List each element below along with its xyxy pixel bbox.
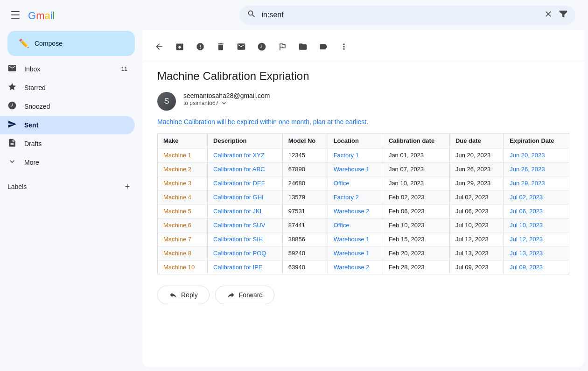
more-icon [7,157,17,168]
compose-label: Compose [35,40,63,47]
mark-unread-button[interactable] [232,37,251,56]
star-icon [7,82,17,94]
table-cell: Jul 12, 2023 [504,232,569,246]
table-cell: Machine 10 [158,260,208,274]
sidebar-item-drafts[interactable]: Drafts [0,134,135,153]
snooze-button[interactable] [252,37,271,56]
table-cell: Warehouse 1 [328,162,383,176]
sidebar-item-more[interactable]: More [0,153,135,172]
snoozed-label: Snoozed [24,103,127,110]
sidebar: G m a i l ✏️ Compose Inbox 11 Starred Sn… [0,0,142,371]
starred-label: Starred [24,84,127,91]
col-due-date: Due date [449,133,504,148]
table-cell: Machine 3 [158,176,208,190]
compose-icon: ✏️ [19,38,29,49]
search-input[interactable]: in:sent [262,11,538,19]
back-button[interactable] [150,37,168,56]
forward-button[interactable]: Forward [215,286,274,304]
sidebar-item-snoozed[interactable]: Snoozed [0,97,135,116]
reply-button[interactable]: Reply [157,286,210,304]
label-button[interactable] [314,37,333,56]
search-filter-button[interactable] [559,9,568,21]
table-cell: Jul 12, 2023 [449,232,504,246]
email-toolbar [142,34,584,60]
table-cell: Calibration for POQ [208,246,283,260]
more-options-button[interactable] [335,37,353,56]
sender-info: seemantosaha28@gmail.com to psimanto67 [183,92,569,107]
table-cell: Warehouse 1 [328,232,383,246]
col-calibration-date: Calibration date [383,133,449,148]
expand-to-button[interactable] [220,99,228,107]
email-content: Machine Calibration Expriation S seemant… [142,60,584,323]
drafts-label: Drafts [24,140,127,147]
delete-button[interactable] [211,37,230,56]
table-row: Machine 7Calibration for SIH38856Warehou… [158,232,569,246]
search-bar[interactable]: in:sent [239,6,575,25]
table-cell: Calibration for ABC [208,162,283,176]
search-clear-button[interactable] [544,9,553,21]
table-cell: Factory 1 [328,148,383,162]
table-cell: Machine 2 [158,162,208,176]
email-subject: Machine Calibration Expriation [157,70,569,83]
archive-button[interactable] [170,37,189,56]
table-cell: Jul 02, 2023 [504,190,569,204]
table-row: Machine 3Calibration for DEF24680OfficeJ… [158,176,569,190]
action-buttons: Reply Forward [157,286,569,314]
table-cell: 38856 [282,232,328,246]
table-cell: 13579 [282,190,328,204]
table-cell: Calibration for SIH [208,232,283,246]
table-cell: 67890 [282,162,328,176]
table-cell: Machine 1 [158,148,208,162]
table-cell: Jul 13, 2023 [449,246,504,260]
search-icon[interactable] [247,9,256,21]
sidebar-item-sent[interactable]: Sent [0,116,135,134]
table-cell: Warehouse 1 [328,246,383,260]
col-description: Description [208,133,283,148]
table-cell: Jul 10, 2023 [504,218,569,232]
table-cell: 59240 [282,246,328,260]
reply-label: Reply [181,291,198,299]
table-cell: Jul 06, 2023 [504,204,569,218]
table-cell: Jun 26, 2023 [449,162,504,176]
add-task-button[interactable] [273,37,292,56]
table-cell: Calibration for GHI [208,190,283,204]
move-to-button[interactable] [294,37,312,56]
table-cell: Feb 02, 2023 [383,190,449,204]
sidebar-item-starred[interactable]: Starred [0,78,135,97]
table-cell: Jan 01, 2023 [383,148,449,162]
sent-icon [7,119,17,131]
sidebar-item-inbox[interactable]: Inbox 11 [0,60,135,78]
sent-label: Sent [24,121,127,129]
table-cell: Calibration for SUV [208,218,283,232]
table-cell: Jul 10, 2023 [449,218,504,232]
labels-title: Labels [7,183,120,190]
forward-label: Forward [239,291,263,299]
email-meta: S seemantosaha28@gmail.com to psimanto67 [157,92,569,111]
col-expiration-date: Expiration Date [504,133,569,148]
table-row: Machine 4Calibration for GHI13579Factory… [158,190,569,204]
report-spam-button[interactable] [191,37,210,56]
table-cell: Jun 29, 2023 [449,176,504,190]
inbox-badge: 11 [121,66,127,72]
table-row: Machine 10Calibration for IPE63940Wareho… [158,260,569,274]
col-model-no: Model No [282,133,328,148]
email-body: Machine Calibration will be expired with… [157,118,569,274]
table-cell: 97531 [282,204,328,218]
table-cell: 63940 [282,260,328,274]
email-area: Machine Calibration Expriation S seemant… [142,34,584,367]
table-cell: Jan 10, 2023 [383,176,449,190]
topbar: Gmail in:sent [142,4,584,30]
table-cell: Factory 2 [328,190,383,204]
table-cell: Calibration for IPE [208,260,283,274]
table-cell: Jun 20, 2023 [449,148,504,162]
table-row: Machine 1Calibration for XYZ12345Factory… [158,148,569,162]
table-cell: 87441 [282,218,328,232]
add-label-button[interactable]: + [120,179,135,194]
table-cell: Jul 09, 2023 [504,260,569,274]
table-cell: Office [328,218,383,232]
compose-button[interactable]: ✏️ Compose [7,31,135,56]
table-cell: Feb 28, 2023 [383,260,449,274]
table-cell: Jan 07, 2023 [383,162,449,176]
table-cell: Feb 10, 2023 [383,218,449,232]
table-cell: Jul 02, 2023 [449,190,504,204]
